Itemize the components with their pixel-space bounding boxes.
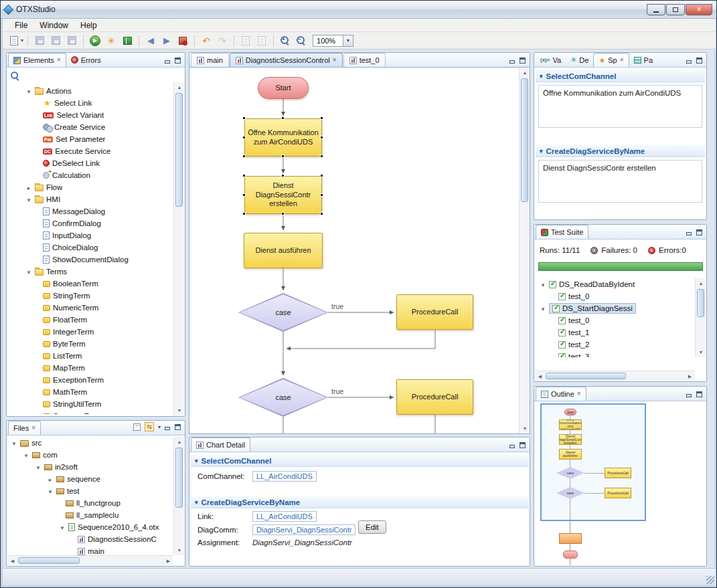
test-suite-minimize-icon[interactable] xyxy=(686,229,692,235)
selection-handle[interactable] xyxy=(320,155,323,158)
link-value-link[interactable]: LL_AirCondiUDS xyxy=(252,511,317,522)
chart-detail-maximize-icon[interactable] xyxy=(520,442,526,448)
elements-minimize-icon[interactable] xyxy=(165,58,171,64)
section-selectcomchannel[interactable]: SelectComChannel xyxy=(536,70,705,82)
flow-decision-case-1[interactable]: case xyxy=(238,293,328,332)
tree-item-actions[interactable]: Actions xyxy=(8,85,173,97)
selection-handle[interactable] xyxy=(242,136,246,139)
save-all-button[interactable] xyxy=(64,33,79,48)
scrollbar-thumb[interactable] xyxy=(18,557,80,564)
link-with-editor-icon[interactable]: ⇆ xyxy=(145,422,154,431)
save-as-button[interactable] xyxy=(48,33,63,48)
selection-handle[interactable] xyxy=(281,155,285,158)
tree-item-flow[interactable]: Flow xyxy=(8,181,173,193)
tree-item-inputdialog[interactable]: InputDialog xyxy=(8,229,173,241)
resize-grip[interactable] xyxy=(706,576,714,584)
selected-row-highlight[interactable]: DS_StartDiagnSessi xyxy=(549,303,636,314)
files-maximize-icon[interactable] xyxy=(175,424,181,430)
outline-maximize-icon[interactable] xyxy=(696,391,702,397)
outline-minimap[interactable]: Start Öffne Kommunikation zum AirCondiUD… xyxy=(535,402,706,565)
expand-arrow[interactable] xyxy=(11,439,17,447)
tab-elements-close-icon[interactable]: × xyxy=(57,57,61,64)
test-suite-maximize-icon[interactable] xyxy=(696,229,702,235)
scrollbar-thumb[interactable] xyxy=(175,93,183,207)
import-package-button[interactable] xyxy=(175,33,190,48)
zoom-combo[interactable]: 100% ▾ xyxy=(313,35,353,47)
elements-scrollbar[interactable]: ▲ ▼ xyxy=(173,82,184,415)
tab-files[interactable]: Files × xyxy=(8,421,41,435)
tree-item-terms[interactable]: Terms xyxy=(8,266,173,278)
tab-close-icon[interactable]: × xyxy=(333,57,337,64)
tree-item-in2soft[interactable]: in2soft xyxy=(8,461,174,473)
forward-button[interactable]: ▶ xyxy=(159,33,174,48)
tree-item-mathterm[interactable]: MathTerm xyxy=(8,386,173,398)
new-wizard-dropdown[interactable]: ▾ xyxy=(21,37,23,43)
menu-window[interactable]: Window xyxy=(34,19,74,31)
selection-handle[interactable] xyxy=(281,116,285,120)
tab-diagnosticsessioncontrol[interactable]: DiagnosticSessionControl × xyxy=(230,53,343,67)
editor-minimize-icon[interactable] xyxy=(509,58,515,64)
run-button[interactable]: ▶ xyxy=(88,33,102,48)
copy-button[interactable] xyxy=(238,33,253,48)
tree-item-test-0[interactable]: test_0 xyxy=(536,290,695,302)
tree-item-sequence[interactable]: sequence xyxy=(8,473,174,485)
zoom-out-button[interactable]: − xyxy=(294,33,309,48)
expand-arrow[interactable] xyxy=(25,268,32,276)
selection-handle[interactable] xyxy=(281,212,285,215)
tree-item-integerterm[interactable]: IntegerTerm xyxy=(8,326,173,338)
flow-procedurecall-1[interactable]: ProcedureCall xyxy=(396,294,473,330)
tree-item-select-variant[interactable]: LnkSelect Variant xyxy=(8,109,173,121)
tree-item-exceptionterm[interactable]: ExceptionTerm xyxy=(8,374,173,386)
scrollbar-thumb[interactable] xyxy=(697,289,704,317)
tree-item-floatterm[interactable]: FloatTerm xyxy=(8,314,173,326)
tab-close-icon[interactable]: × xyxy=(620,57,624,64)
selection-handle[interactable] xyxy=(320,212,323,215)
tab-errors[interactable]: × Errors xyxy=(66,53,106,67)
tree-item-test-3[interactable]: test_3 xyxy=(536,351,695,357)
expand-arrow[interactable] xyxy=(25,87,32,95)
flow-action-creatediagservice[interactable]: Dienst DiagnSessiContr erstellen xyxy=(244,176,322,214)
mini-procedurecall-node[interactable]: ProcedureCall xyxy=(605,488,631,498)
tab-parameters[interactable]: Pa xyxy=(629,53,657,67)
new-wizard-button[interactable] xyxy=(7,33,21,48)
tree-item-ds-startdiagnsessi[interactable]: DS_StartDiagnSessi xyxy=(536,302,695,314)
flow-action-executeservice[interactable]: Dienst ausführen xyxy=(244,233,323,268)
expand-arrow[interactable] xyxy=(47,487,54,495)
canvas-scrollbar[interactable]: ▲ ▼ xyxy=(519,68,530,433)
tree-item-test-0b[interactable]: test_0 xyxy=(536,314,695,326)
selection-handle[interactable] xyxy=(242,212,246,215)
mini-throw-node[interactable] xyxy=(559,533,582,544)
tab-chart-detail[interactable]: Chart Detail xyxy=(191,437,250,452)
tree-item-stringterm[interactable]: StringTerm xyxy=(8,290,173,302)
flowchart-canvas[interactable]: Start Öffne Kommunikation zum AirCondiUD… xyxy=(189,67,530,434)
test-suite-vscrollbar[interactable]: ▲ ▼ xyxy=(695,278,706,357)
tree-item-main[interactable]: main xyxy=(8,545,174,556)
paste-button[interactable] xyxy=(254,33,269,48)
flow-decision-case-2[interactable]: case xyxy=(238,378,328,417)
section-creatediagservicebyname[interactable]: CreateDiagServiceByName xyxy=(536,145,705,157)
tree-item-booleanterm[interactable]: BooleanTerm xyxy=(8,278,173,290)
tree-item-set-parameter[interactable]: ParSet Parameter xyxy=(8,133,173,145)
tree-item-calculation[interactable]: Calculation xyxy=(8,169,173,181)
tree-item-messagedialog[interactable]: MessageDialog xyxy=(8,205,173,217)
expand-arrow[interactable] xyxy=(35,463,42,471)
tree-item-test[interactable]: test xyxy=(8,485,174,497)
validate-button[interactable]: ✳ xyxy=(104,33,118,48)
tab-specification[interactable]: ★ Sp × xyxy=(593,53,629,67)
expand-arrow[interactable] xyxy=(540,280,546,288)
tree-item-mapterm[interactable]: MapTerm xyxy=(8,362,173,374)
scrollbar-thumb[interactable] xyxy=(521,78,528,202)
files-hscrollbar[interactable]: ◀ ▶ xyxy=(7,555,173,565)
properties-maximize-icon[interactable] xyxy=(696,58,702,64)
selection-handle[interactable] xyxy=(242,193,246,197)
tree-item-choicedialog[interactable]: ChoiceDialog xyxy=(8,241,173,254)
mini-end-node[interactable] xyxy=(563,551,578,559)
view-menu-icon[interactable]: ▾ xyxy=(158,424,161,430)
tab-test-suite[interactable]: Test Suite xyxy=(536,225,588,239)
tab-outline[interactable]: Outline × xyxy=(536,387,586,401)
editor-maximize-icon[interactable] xyxy=(520,58,526,64)
selection-handle[interactable] xyxy=(242,174,246,177)
collapse-all-icon[interactable] xyxy=(133,423,141,431)
mini-action-node[interactable]: Dienst ausführen xyxy=(559,449,582,460)
tree-item-byteterm[interactable]: ByteTerm xyxy=(8,338,173,350)
